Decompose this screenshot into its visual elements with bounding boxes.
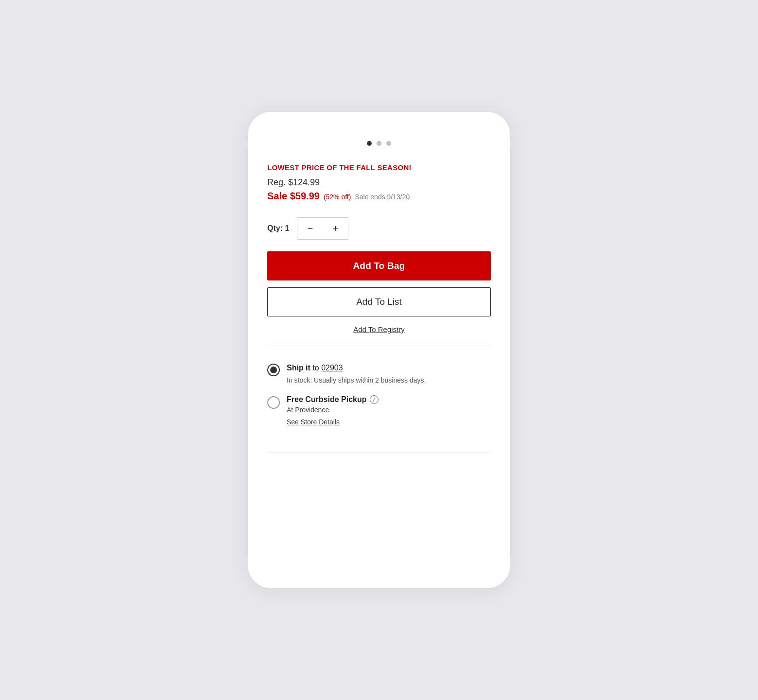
ship-it-label: Ship it xyxy=(287,364,310,372)
quantity-controls: − + xyxy=(297,217,348,240)
ship-it-to: to xyxy=(312,364,321,372)
add-to-registry-link[interactable]: Add To Registry xyxy=(353,325,405,333)
product-card: LOWEST PRICE OF THE FALL SEASON! Reg. $1… xyxy=(248,112,510,588)
regular-price: Reg. $124.99 xyxy=(267,177,491,188)
see-store-details-link[interactable]: See Store Details xyxy=(287,418,340,426)
ship-it-radio-fill xyxy=(270,367,277,373)
info-icon[interactable]: i xyxy=(370,395,379,404)
sale-end-date: Sale ends 9/13/20 xyxy=(355,193,410,201)
curbside-text: Free Curbside Pickup i At Providence See… xyxy=(287,395,491,426)
curbside-at: At xyxy=(287,406,295,414)
quantity-value: 1 xyxy=(285,224,289,232)
quantity-decrease-button[interactable]: − xyxy=(297,218,323,239)
dot-3[interactable] xyxy=(386,141,391,146)
add-to-registry-container: Add To Registry xyxy=(267,325,491,334)
see-store-details-container: See Store Details xyxy=(287,418,491,426)
divider-2 xyxy=(267,453,491,453)
ship-it-option[interactable]: Ship it to 02903 In stock: Usually ships… xyxy=(267,358,491,390)
ship-it-zip[interactable]: 02903 xyxy=(321,364,343,372)
quantity-row: Qty: 1 − + xyxy=(267,217,491,240)
ship-it-title: Ship it to 02903 xyxy=(287,363,491,373)
divider-1 xyxy=(267,346,491,346)
dot-1[interactable] xyxy=(367,141,372,146)
add-to-bag-button[interactable]: Add To Bag xyxy=(267,251,491,280)
sale-price-line: Sale $59.99 (52% off) Sale ends 9/13/20 xyxy=(267,191,491,202)
shipping-section: Ship it to 02903 In stock: Usually ships… xyxy=(267,358,491,431)
curbside-store-link[interactable]: Providence xyxy=(295,406,329,414)
quantity-increase-button[interactable]: + xyxy=(323,218,348,239)
curbside-label: Free Curbside Pickup xyxy=(287,395,367,404)
ship-it-subtitle: In stock: Usually ships within 2 busines… xyxy=(287,375,491,385)
dot-2[interactable] xyxy=(377,141,381,146)
curbside-location: At Providence xyxy=(287,406,491,414)
discount-percent: (52% off) xyxy=(324,193,351,201)
quantity-label: Qty: 1 xyxy=(267,224,289,233)
add-to-list-button[interactable]: Add To List xyxy=(267,287,491,316)
ship-it-text: Ship it to 02903 In stock: Usually ships… xyxy=(287,363,491,385)
carousel-dots xyxy=(267,141,491,146)
ship-it-radio[interactable] xyxy=(267,364,280,376)
curbside-radio[interactable] xyxy=(267,396,280,409)
promo-banner: LOWEST PRICE OF THE FALL SEASON! xyxy=(267,163,491,172)
sale-price: Sale $59.99 xyxy=(267,191,320,202)
curbside-option[interactable]: Free Curbside Pickup i At Providence See… xyxy=(267,390,491,431)
curbside-title: Free Curbside Pickup i xyxy=(287,395,491,404)
